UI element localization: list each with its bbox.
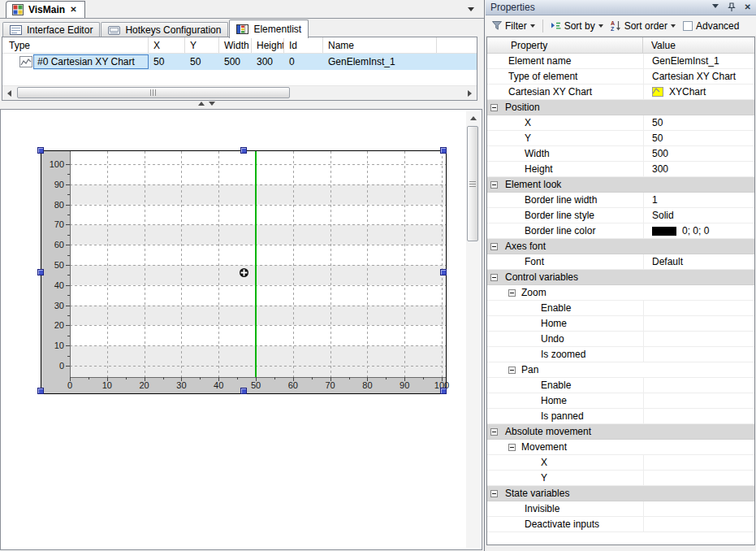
property-value[interactable]: 50 (643, 115, 754, 130)
cell-name[interactable]: GenElemInst_1 (323, 56, 437, 67)
tab-list-dropdown-icon[interactable] (468, 7, 474, 15)
property-value[interactable] (643, 501, 754, 516)
property-value[interactable] (643, 316, 754, 331)
property-value[interactable]: Default (643, 254, 754, 269)
property-group-row[interactable]: Element look (487, 177, 754, 193)
property-value[interactable]: 50 (643, 131, 754, 145)
collapse-icon[interactable] (490, 181, 498, 189)
property-row[interactable]: Cartesian XY ChartXYChart (487, 85, 754, 100)
property-row[interactable]: Invisible (487, 501, 754, 517)
column-header-name[interactable]: Name (323, 37, 437, 53)
property-row[interactable]: Border line color0; 0; 0 (487, 223, 754, 239)
cell-x[interactable]: 50 (149, 56, 185, 67)
cell-y[interactable]: 50 (185, 56, 219, 67)
resize-handle-top-right[interactable] (440, 147, 447, 154)
sort-by-button[interactable]: Sort by (548, 19, 606, 33)
collapse-icon[interactable] (490, 490, 498, 497)
property-row[interactable]: Is zoomed (487, 347, 754, 362)
property-value[interactable]: 300 (643, 162, 754, 176)
column-header-width[interactable]: Width (219, 37, 252, 53)
property-value[interactable] (643, 409, 754, 423)
property-row[interactable]: Home (487, 393, 754, 409)
pane-divider[interactable] (484, 0, 485, 551)
resize-handle-bottom-center[interactable] (240, 388, 247, 394)
property-row[interactable]: Border line styleSolid (487, 208, 754, 223)
table-row[interactable]: #0 Cartesian XY Chart 50 50 500 300 0 Ge… (2, 54, 477, 70)
property-row[interactable]: X (487, 455, 754, 471)
property-row[interactable]: Y50 (487, 131, 754, 146)
property-value[interactable] (643, 517, 754, 531)
pin-icon[interactable] (728, 2, 736, 12)
color-swatch[interactable] (652, 227, 676, 236)
visualization-canvas[interactable]: 0102030405060708090100010203040506070809… (0, 109, 482, 550)
property-row[interactable]: Home (487, 316, 754, 332)
sort-order-button[interactable]: A Z Sort order (608, 19, 678, 33)
tab-elementlist[interactable]: Elementlist (229, 20, 309, 38)
resize-handle-bottom-left[interactable] (37, 388, 44, 394)
advanced-toggle[interactable]: Advanced (680, 19, 741, 33)
cell-type[interactable]: #0 Cartesian XY Chart (33, 54, 149, 69)
resize-handle-top-center[interactable] (240, 147, 247, 154)
filter-button[interactable]: Filter (490, 19, 538, 33)
column-header-id[interactable]: Id (284, 37, 323, 53)
property-group-row[interactable]: Axes font (487, 239, 754, 254)
property-row[interactable]: FontDefault (487, 254, 754, 270)
resize-handle-top-left[interactable] (37, 147, 44, 154)
property-value[interactable] (643, 471, 754, 485)
advanced-checkbox[interactable] (683, 21, 693, 31)
property-row[interactable]: Element nameGenElemInst_1 (487, 54, 754, 69)
resize-handle-middle-left[interactable] (37, 269, 44, 276)
collapse-icon[interactable] (508, 444, 516, 451)
property-value[interactable]: Solid (643, 208, 754, 223)
close-panel-icon[interactable]: ✕ (745, 3, 751, 11)
property-value[interactable] (643, 301, 754, 315)
close-tab-icon[interactable]: ✕ (70, 6, 76, 14)
resize-handle-bottom-right[interactable] (440, 388, 447, 394)
collapse-icon[interactable] (490, 274, 498, 281)
property-row[interactable]: Enable (487, 301, 754, 316)
property-value[interactable]: Cartesian XY Chart (643, 69, 754, 84)
scrollbar-track[interactable] (16, 86, 463, 100)
properties-titlebar[interactable]: Properties ✕ (486, 0, 756, 15)
property-row[interactable]: Enable (487, 378, 754, 393)
column-header-height[interactable]: Height (252, 37, 284, 53)
collapse-icon[interactable] (490, 243, 498, 250)
property-group-row[interactable]: Zoom (487, 285, 754, 301)
property-row[interactable]: X50 (487, 115, 754, 131)
scrollbar-thumb[interactable] (17, 87, 290, 98)
property-group-row[interactable]: Pan (487, 362, 754, 378)
property-value[interactable] (643, 332, 754, 346)
property-value[interactable] (643, 378, 754, 393)
property-value[interactable]: 500 (643, 146, 754, 161)
property-value[interactable]: GenElemInst_1 (643, 54, 754, 68)
property-row[interactable]: Height300 (487, 162, 754, 177)
scrollbar-thumb[interactable] (467, 126, 478, 241)
property-value[interactable]: 0; 0; 0 (643, 223, 754, 238)
collapse-icon[interactable] (508, 367, 516, 374)
cartesian-xy-chart-element[interactable]: 0102030405060708090100010203040506070809… (41, 150, 447, 394)
property-row[interactable]: Y (487, 471, 754, 486)
property-row[interactable]: Width500 (487, 146, 754, 162)
property-row[interactable]: Undo (487, 332, 754, 347)
canvas-vertical-scrollbar[interactable] (466, 111, 480, 548)
scrollbar-track[interactable] (466, 125, 480, 548)
property-value[interactable] (643, 393, 754, 408)
column-header-x[interactable]: X (149, 37, 185, 53)
window-position-dropdown-icon[interactable] (712, 4, 719, 11)
table-horizontal-scrollbar[interactable] (2, 85, 477, 100)
column-header-value[interactable]: Value (643, 40, 676, 51)
property-group-row[interactable]: Control variables (487, 270, 754, 285)
scroll-right-button[interactable] (463, 86, 477, 100)
scroll-up-button[interactable] (466, 111, 480, 125)
property-value[interactable] (643, 455, 754, 470)
splitter-collapse-icons[interactable] (198, 102, 215, 106)
scroll-left-button[interactable] (2, 86, 16, 100)
cell-height[interactable]: 300 (252, 56, 284, 67)
collapse-icon[interactable] (508, 289, 516, 297)
property-group-row[interactable]: Movement (487, 440, 754, 455)
property-value[interactable]: 1 (643, 193, 754, 207)
element-center-marker[interactable] (239, 267, 249, 278)
property-group-row[interactable]: State variables (487, 486, 754, 501)
property-row[interactable]: Is panned (487, 409, 754, 424)
property-row[interactable]: Deactivate inputs (487, 517, 754, 532)
